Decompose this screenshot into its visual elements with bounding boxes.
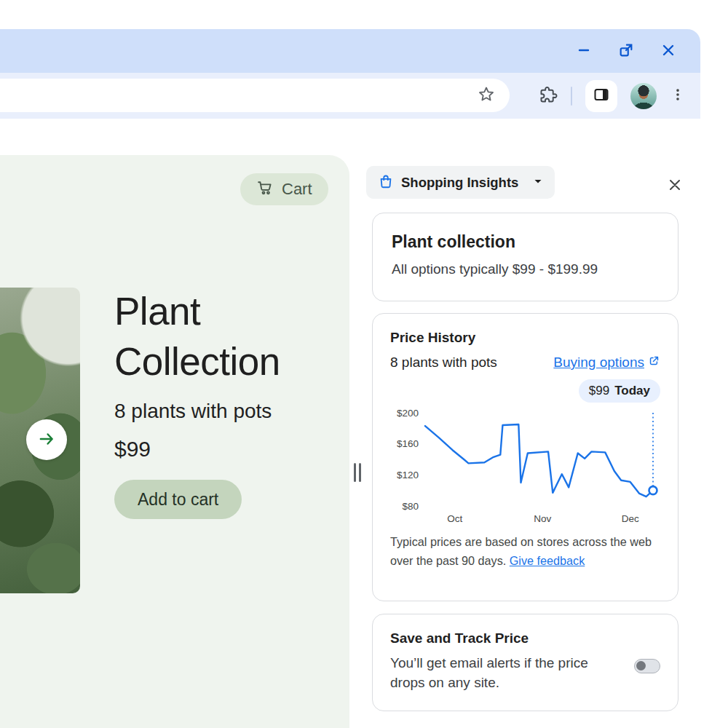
svg-text:Nov: Nov [534, 513, 551, 524]
price-history-subheader: 8 plants with pots Buying options [390, 355, 660, 371]
price-history-subtitle: 8 plants with pots [390, 355, 497, 371]
minimize-button[interactable] [571, 38, 597, 64]
puzzle-piece-icon [539, 85, 558, 106]
svg-text:Oct: Oct [447, 513, 462, 524]
browser-toolbar [0, 73, 700, 119]
save-track-card: Save and Track Price You’ll get email al… [372, 614, 678, 711]
svg-text:$80: $80 [402, 501, 419, 512]
page-title-line2: Collection [114, 336, 280, 387]
three-dot-menu-icon [670, 87, 686, 105]
side-panel-close-button[interactable] [664, 175, 686, 197]
svg-text:$200: $200 [397, 408, 419, 419]
restore-button[interactable] [613, 38, 639, 64]
price-history-footnote: Typical prices are based on stores acros… [390, 532, 660, 570]
svg-text:$160: $160 [397, 438, 419, 449]
chevron-down-icon [533, 176, 543, 189]
pop-out-window-icon [618, 42, 634, 60]
window-titlebar [0, 29, 700, 73]
arrow-right-icon [37, 430, 56, 451]
browser-menu-button[interactable] [670, 87, 686, 105]
price-history-card: Price History 8 plants with pots Buying … [372, 313, 678, 601]
price-history-chart: $200$160$120$80OctNovDec [390, 404, 662, 528]
today-price-value: $99 [589, 384, 609, 398]
product-summary-title: Plant collection [392, 232, 659, 252]
page-title: Plant Collection [114, 286, 280, 387]
address-bar[interactable] [0, 79, 510, 112]
price-history-title: Price History [390, 330, 660, 346]
product-summary-price-range: All options typically $99 - $199.99 [392, 261, 659, 277]
page-title-line1: Plant [114, 286, 280, 336]
browser-window: Cart Plant Collection 8 plants with pots… [0, 29, 700, 728]
side-panel-title: Shopping Insights [401, 175, 518, 191]
close-icon [667, 177, 683, 195]
next-image-button[interactable] [26, 419, 67, 460]
shopping-bag-icon [378, 173, 394, 191]
today-price-badge-row: $99 Today [390, 379, 660, 403]
side-panel-dropdown[interactable]: Shopping Insights [366, 166, 555, 199]
buying-options-label: Buying options [553, 355, 644, 371]
save-track-row: You’ll get email alerts if the price dro… [390, 653, 660, 692]
side-panel-icon [593, 86, 610, 106]
cart-icon [256, 178, 274, 201]
product-summary-card: Plant collection All options typically $… [372, 213, 678, 301]
product-price: $99 [114, 437, 151, 462]
toggle-knob [636, 661, 646, 670]
external-link-icon [648, 355, 660, 371]
give-feedback-link[interactable]: Give feedback [510, 554, 585, 567]
screenshot-root: Cart Plant Collection 8 plants with pots… [0, 0, 728, 728]
toolbar-actions [539, 73, 686, 119]
window-controls [571, 38, 681, 64]
toolbar-divider [571, 87, 572, 106]
add-to-cart-button[interactable]: Add to cart [114, 480, 242, 519]
svg-text:Dec: Dec [622, 513, 639, 524]
close-window-icon [660, 42, 676, 60]
bookmark-star-icon[interactable] [478, 85, 495, 106]
today-price-label: Today [614, 384, 650, 398]
close-button[interactable] [655, 38, 681, 64]
save-track-body: You’ll get email alerts if the price dro… [390, 653, 609, 692]
product-subtitle: 8 plants with pots [114, 400, 272, 423]
extensions-button[interactable] [539, 85, 558, 106]
buying-options-link[interactable]: Buying options [553, 355, 660, 371]
side-panel-button[interactable] [585, 80, 617, 112]
today-price-badge: $99 Today [579, 379, 660, 403]
save-track-title: Save and Track Price [390, 630, 660, 646]
panel-resize-handle[interactable] [354, 463, 363, 482]
profile-avatar[interactable] [630, 83, 657, 109]
svg-text:$120: $120 [397, 470, 419, 480]
minimize-icon [576, 42, 592, 60]
price-alert-toggle[interactable] [634, 659, 660, 673]
cart-button[interactable]: Cart [240, 173, 328, 205]
cart-button-label: Cart [282, 180, 312, 199]
